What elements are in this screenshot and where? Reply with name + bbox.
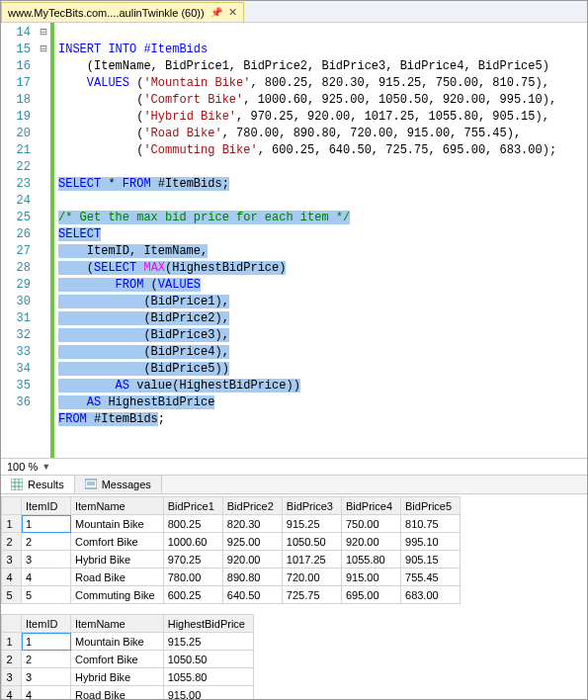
svg-rect-0 [11, 479, 23, 490]
line-number-gutter: 1415161718192021222324252627282930313233… [1, 23, 37, 458]
cell[interactable]: Comfort Bike [71, 651, 164, 668]
cell[interactable]: Mountain Bike [71, 633, 164, 651]
code-area[interactable]: INSERT INTO #ItemBids (ItemName, BidPric… [54, 23, 587, 458]
results-grid-1[interactable]: ItemIDItemNameBidPrice1BidPrice2BidPrice… [1, 496, 461, 604]
cell[interactable]: 1050.50 [163, 651, 253, 668]
table-row[interactable]: 33Hybrid Bike1055.80 [2, 668, 254, 686]
cell[interactable]: 695.00 [341, 586, 400, 604]
cell[interactable]: 1 [22, 633, 71, 651]
fold-marker-column: ⊟⊟ [37, 23, 50, 458]
pin-icon[interactable]: 📌 [210, 7, 222, 18]
tab-bar: www.MyTecBits.com....aulinTwinkle (60)) … [1, 1, 587, 23]
row-number[interactable]: 4 [2, 686, 22, 700]
result-tab-bar: Results Messages [1, 476, 587, 494]
tab-results[interactable]: Results [1, 476, 75, 493]
row-number[interactable]: 1 [2, 515, 22, 533]
zoom-level[interactable]: 100 % [7, 461, 38, 473]
cell[interactable]: 2 [22, 651, 71, 668]
cell[interactable]: 905.15 [401, 551, 461, 569]
cell[interactable]: Commuting Bike [71, 586, 164, 604]
cell[interactable]: 600.25 [163, 586, 222, 604]
results-pane[interactable]: ItemIDItemNameBidPrice1BidPrice2BidPrice… [1, 494, 587, 699]
tab-messages[interactable]: Messages [75, 476, 162, 493]
column-header[interactable]: BidPrice4 [341, 497, 400, 515]
table-row[interactable]: 11Mountain Bike915.25 [2, 633, 254, 651]
row-header-corner [2, 615, 22, 633]
cell[interactable]: 1017.25 [282, 551, 341, 569]
row-header-corner [2, 497, 22, 515]
cell[interactable]: 780.00 [163, 569, 222, 586]
cell[interactable]: 1 [22, 515, 71, 533]
table-row[interactable]: 44Road Bike780.00890.80720.00915.00755.4… [2, 569, 461, 586]
row-number[interactable]: 2 [2, 533, 22, 551]
cell[interactable]: 755.45 [401, 569, 461, 586]
cell[interactable]: 683.00 [401, 586, 461, 604]
cell[interactable]: 3 [22, 668, 71, 686]
cell[interactable]: 640.50 [222, 586, 282, 604]
cell[interactable]: 4 [22, 569, 71, 586]
cell[interactable]: 4 [22, 686, 71, 700]
close-icon[interactable]: ✕ [228, 6, 237, 19]
row-number[interactable]: 2 [2, 651, 22, 668]
column-header[interactable]: ItemID [22, 615, 71, 633]
row-number[interactable]: 3 [2, 668, 22, 686]
row-number[interactable]: 3 [2, 551, 22, 569]
column-header[interactable]: ItemName [71, 615, 164, 633]
cell[interactable]: Road Bike [71, 569, 164, 586]
cell[interactable]: 5 [22, 586, 71, 604]
cell[interactable]: 725.75 [282, 586, 341, 604]
code-editor[interactable]: 1415161718192021222324252627282930313233… [1, 23, 587, 458]
column-header[interactable]: BidPrice1 [163, 497, 222, 515]
cell[interactable]: 750.00 [341, 515, 400, 533]
column-header[interactable]: BidPrice5 [401, 497, 461, 515]
table-row[interactable]: 44Road Bike915.00 [2, 686, 254, 700]
row-number[interactable]: 5 [2, 586, 22, 604]
cell[interactable]: 915.00 [341, 569, 400, 586]
cell[interactable]: 890.80 [222, 569, 282, 586]
cell[interactable]: 2 [22, 533, 71, 551]
table-row[interactable]: 22Comfort Bike1000.60925.001050.50920.00… [2, 533, 461, 551]
cell[interactable]: 920.00 [341, 533, 400, 551]
column-header[interactable]: ItemName [71, 497, 164, 515]
cell[interactable]: 810.75 [401, 515, 461, 533]
column-header[interactable]: ItemID [22, 497, 71, 515]
cell[interactable]: 3 [22, 551, 71, 569]
chevron-down-icon[interactable]: ▼ [42, 462, 50, 472]
document-tab[interactable]: www.MyTecBits.com....aulinTwinkle (60)) … [1, 2, 244, 22]
cell[interactable]: Hybrid Bike [71, 551, 164, 569]
column-header[interactable]: BidPrice3 [282, 497, 341, 515]
column-header[interactable]: BidPrice2 [222, 497, 282, 515]
cell[interactable]: 1055.80 [341, 551, 400, 569]
tab-messages-label: Messages [102, 479, 151, 490]
messages-icon [85, 479, 97, 490]
cell[interactable]: 1050.50 [282, 533, 341, 551]
cell[interactable]: 800.25 [163, 515, 222, 533]
table-row[interactable]: 33Hybrid Bike970.25920.001017.251055.809… [2, 551, 461, 569]
cell[interactable]: 1055.80 [163, 668, 253, 686]
cell[interactable]: 720.00 [282, 569, 341, 586]
cell[interactable]: 1000.60 [163, 533, 222, 551]
zoom-bar: 100 % ▼ [1, 458, 587, 476]
table-row[interactable]: 55Commuting Bike600.25640.50725.75695.00… [2, 586, 461, 604]
cell[interactable]: Comfort Bike [71, 533, 164, 551]
cell[interactable]: Road Bike [71, 686, 164, 700]
grid-icon [11, 479, 23, 490]
table-row[interactable]: 22Comfort Bike1050.50 [2, 651, 254, 668]
cell[interactable]: Mountain Bike [71, 515, 164, 533]
cell[interactable]: 915.00 [163, 686, 253, 700]
results-grid-2[interactable]: ItemIDItemNameHighestBidPrice11Mountain … [1, 614, 254, 699]
cell[interactable]: 915.25 [282, 515, 341, 533]
row-number[interactable]: 1 [2, 633, 22, 651]
cell[interactable]: 925.00 [222, 533, 282, 551]
tab-results-label: Results [28, 479, 64, 490]
tab-title: www.MyTecBits.com....aulinTwinkle (60)) [8, 7, 205, 19]
table-row[interactable]: 11Mountain Bike800.25820.30915.25750.008… [2, 515, 461, 533]
cell[interactable]: 920.00 [222, 551, 282, 569]
cell[interactable]: 970.25 [163, 551, 222, 569]
cell[interactable]: 915.25 [163, 633, 253, 651]
cell[interactable]: 820.30 [222, 515, 282, 533]
cell[interactable]: 995.10 [401, 533, 461, 551]
cell[interactable]: Hybrid Bike [71, 668, 164, 686]
row-number[interactable]: 4 [2, 569, 22, 586]
column-header[interactable]: HighestBidPrice [163, 615, 253, 633]
